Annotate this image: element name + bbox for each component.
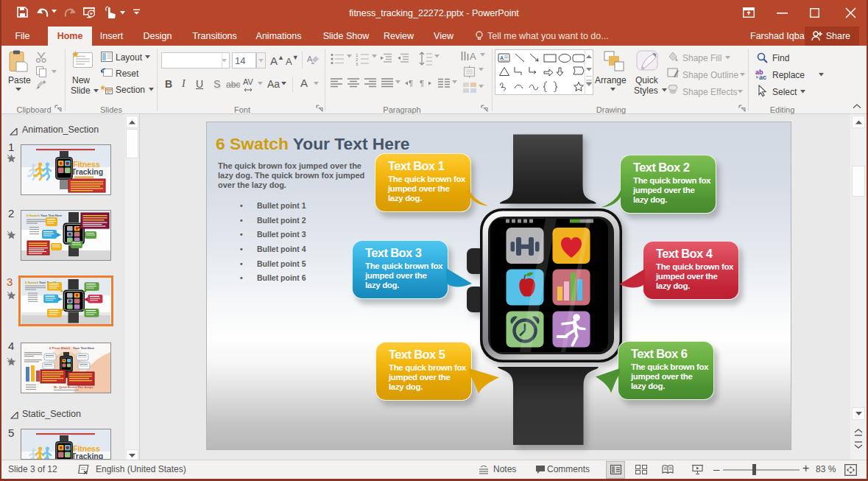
svg-text:¶: ¶ [420,79,424,88]
svg-text:Your Text Here: Your Text Here [73,346,95,350]
svg-text:Mr. Quick Brown Fox Jumps: Mr. Quick Brown Fox Jumps [54,385,94,389]
svg-text:¶: ¶ [409,79,413,88]
svg-text:3: 3 [356,62,359,66]
svg-text:Tracking: Tracking [71,452,103,460]
svg-text:A: A [307,55,313,63]
svg-text:Your Text Here: Your Text Here [40,214,63,217]
svg-text:Tracking: Tracking [71,167,103,176]
svg-text:A: A [470,51,476,61]
svg-text:6 Piece Watch: 6 Piece Watch [49,346,70,350]
svg-text:6 Swatch: 6 Swatch [25,281,39,284]
svg-text:ac: ac [759,74,766,80]
svg-text:6 Swatch: 6 Swatch [27,214,40,217]
svg-text:A: A [500,55,504,60]
